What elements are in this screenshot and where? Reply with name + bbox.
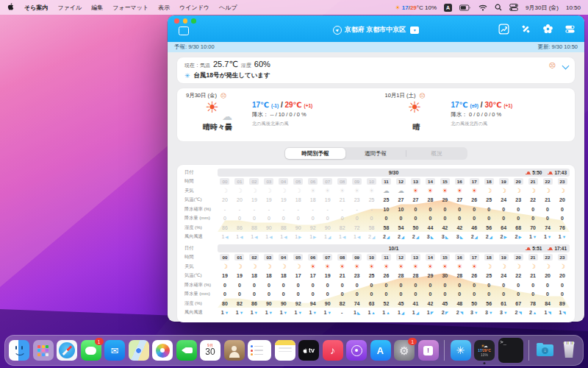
apple-menu-icon[interactable]	[7, 2, 15, 13]
menubar-date[interactable]: 9月30日 (金)	[526, 4, 559, 12]
hourly-row-wind: 風向風速1◀1◀1◀1◀1◀1▶1▶1◢1◀1◀2◢2◢2◢2◢3◣3◣3◣2◢…	[182, 233, 570, 242]
dock-safari[interactable]	[57, 340, 77, 361]
wind-cell: 1◀	[276, 234, 291, 240]
dock-reminders[interactable]	[248, 340, 271, 361]
dock-facetime[interactable]	[176, 340, 197, 361]
menu-item-1[interactable]: ファイル	[57, 4, 82, 12]
tab-weekly-forecast[interactable]: 週間予報	[345, 148, 406, 159]
satellite-button[interactable]	[520, 24, 531, 35]
temp-cell: 26	[467, 197, 481, 202]
dock-contacts[interactable]	[224, 340, 245, 361]
graph-button[interactable]	[498, 24, 509, 35]
row-label: 時間	[182, 178, 218, 185]
moon-icon: ☽	[232, 263, 247, 270]
dock-sora-app[interactable]: ✳	[451, 340, 471, 361]
dock-messages[interactable]: 1	[81, 340, 101, 361]
humidity-cell: 74	[540, 225, 555, 230]
precip-cell: 0	[540, 291, 555, 297]
pop-cell: 0	[276, 283, 291, 288]
menu-item-6[interactable]: ヘルプ	[219, 4, 237, 12]
moon-icon: ☽	[291, 188, 306, 194]
temp-cell: 25	[379, 197, 394, 202]
temp-cell: 25	[365, 273, 379, 278]
dock-trash[interactable]	[559, 340, 579, 361]
temp-cell: 27	[452, 197, 467, 202]
menu-item-3[interactable]: フォーマット	[112, 4, 148, 12]
comfort-face-icon: ☹	[549, 62, 556, 69]
dock-appletv[interactable]: tv	[298, 340, 319, 361]
dock-feedback[interactable]: !	[418, 340, 439, 361]
pop-cell: 0	[350, 283, 365, 288]
menu-item-app[interactable]: そら案内	[24, 4, 48, 12]
dock-maps[interactable]	[129, 340, 149, 361]
menubar-temp-high: 29	[410, 4, 417, 11]
forecast-day-today[interactable]: 9月30日 (金) ☹ ☀☁ 晴時々曇 17℃ (-1) / 29℃ (+1) …	[177, 88, 376, 141]
hour-cell: 16	[452, 254, 467, 261]
wind-cell: 2◢	[408, 234, 423, 240]
sun-icon: ☀	[306, 263, 320, 270]
dock-launchpad[interactable]	[33, 340, 54, 361]
dock-mail[interactable]: ✉	[104, 340, 125, 361]
moon-icon: ☽	[232, 188, 247, 194]
humidity-cell: 68	[511, 225, 526, 230]
dock-terminal[interactable]: >_	[498, 338, 523, 363]
temp-cell: 19	[232, 273, 247, 278]
dock-calendar[interactable]: 9月30	[200, 340, 220, 361]
row-label: 時間	[182, 254, 218, 261]
menu-item-5[interactable]: ウインドウ	[179, 4, 209, 12]
menubar-clock[interactable]: 10:50	[566, 4, 581, 11]
dock-music[interactable]: ♪	[323, 340, 343, 361]
hourly-row-hours: 時間00010203040506070809101112131415161718…	[182, 253, 570, 263]
dock-photos[interactable]	[152, 340, 173, 361]
wind-cell: 1◀	[218, 234, 232, 240]
precip-cell: 0	[511, 216, 526, 221]
dock-sora-widget[interactable]: ☀☁17/29°C10%	[474, 340, 495, 361]
window-titlebar[interactable]: ▶ 京都府 京都市中京区 ▼	[168, 15, 584, 42]
wind-cell: 2◤	[437, 310, 452, 316]
pop-cell: 0	[437, 283, 452, 288]
menu-item-4[interactable]: 表示	[158, 4, 170, 12]
sun-icon: ☀	[452, 188, 467, 194]
location-dropdown-button[interactable]: ▼	[410, 26, 419, 34]
tab-hourly-forecast[interactable]: 時間別予報	[285, 148, 345, 159]
spotlight-search-icon[interactable]	[495, 4, 502, 11]
row-label: 気温(℃)	[182, 272, 218, 279]
wifi-icon[interactable]	[478, 4, 487, 11]
hour-cell: 14	[423, 254, 437, 261]
current-conditions-card[interactable]: 現在：気温 25.7℃ 湿度 60% ☹ ✳ 台風18号が発生しています	[177, 57, 575, 83]
sun-icon: ☀	[467, 188, 481, 194]
sakura-flower-button[interactable]	[542, 24, 553, 35]
input-source-icon[interactable]: A	[444, 4, 452, 12]
menu-item-2[interactable]: 編集	[91, 4, 103, 12]
tab-overview[interactable]: 概況	[406, 148, 467, 159]
wind-cell: 3▼	[467, 310, 481, 316]
minimize-button[interactable]	[183, 18, 188, 24]
humidity-cell: 52	[379, 301, 394, 306]
cards-button[interactable]	[564, 24, 576, 35]
battery-icon[interactable]	[459, 4, 471, 11]
temp-cell: 18	[247, 273, 262, 278]
menubar-weather-status[interactable]: ☀17/29°C 10%	[395, 4, 437, 11]
control-center-icon[interactable]	[509, 4, 518, 11]
location-arrow-icon: ▶	[333, 26, 342, 35]
dock-notes[interactable]	[275, 340, 295, 361]
temp-cell: 19	[320, 197, 335, 202]
close-button[interactable]	[174, 18, 179, 24]
wind-cell: 1▶	[291, 234, 306, 240]
humidity-cell: 54	[394, 225, 409, 230]
hourly-row-pop: 降水確率 (%)000000000000000000000000	[182, 280, 570, 290]
dock-podcasts[interactable]	[346, 340, 367, 361]
dock-settings[interactable]: ⚙1	[394, 340, 415, 361]
forecast-day-tomorrow[interactable]: 10月1日 (土) ☹ ☀ 晴 17℃ (±0) / 30℃ (+1) 降水： …	[376, 88, 576, 141]
dock-downloads[interactable]: ↓	[535, 340, 556, 361]
sun-icon: ☀	[395, 4, 401, 11]
dock-finder[interactable]	[9, 340, 29, 361]
zoom-button[interactable]	[191, 18, 196, 24]
humidity-cell: 82	[335, 225, 350, 230]
precip-cell: 0	[218, 291, 232, 297]
humidity-cell: 86	[218, 225, 232, 230]
wind-cell: 2◢	[481, 234, 496, 240]
row-label: 湿度 (%)	[182, 224, 218, 231]
pop-cell: 10	[394, 207, 409, 212]
dock-appstore[interactable]: A	[370, 340, 391, 361]
